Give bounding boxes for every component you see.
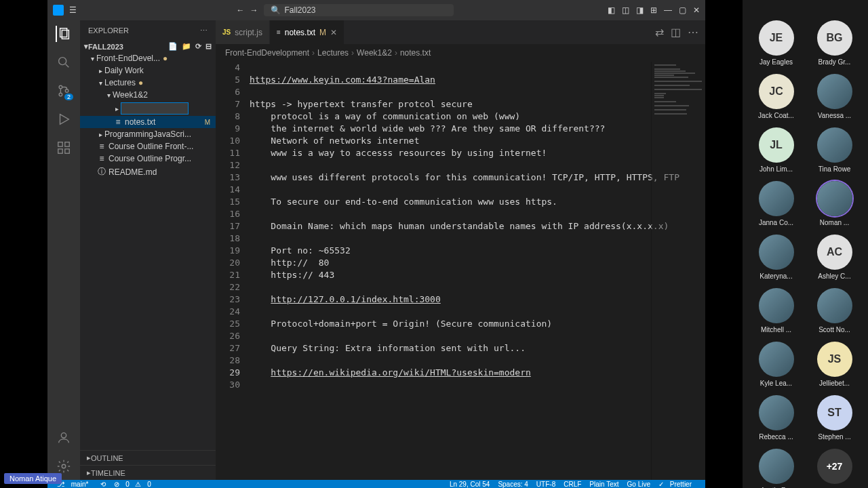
avatar[interactable]: ST bbox=[817, 395, 852, 430]
participant[interactable]: Noman ... bbox=[810, 181, 859, 226]
participant[interactable]: Tina Rowe bbox=[810, 127, 859, 173]
new-folder-icon[interactable]: 📁 bbox=[182, 42, 191, 51]
avatar[interactable]: JC bbox=[759, 74, 794, 109]
avatar[interactable]: JS bbox=[817, 342, 852, 377]
more-icon[interactable]: ⋯ bbox=[200, 26, 208, 35]
breadcrumb-item[interactable]: Week1&2 bbox=[357, 48, 392, 58]
command-center[interactable]: 🔍 Fall2023 bbox=[264, 4, 454, 16]
extensions-icon[interactable] bbox=[56, 140, 72, 156]
participant[interactable]: ACAshley C... bbox=[810, 235, 859, 280]
folder-root[interactable]: ▾ FALL2023 📄 📁 ⟳ ⊟ bbox=[80, 41, 216, 52]
layout-icon-2[interactable]: ◫ bbox=[622, 5, 629, 15]
breadcrumb-item[interactable]: Lectures bbox=[317, 48, 349, 58]
layout-icon-3[interactable]: ◨ bbox=[636, 5, 644, 15]
avatar[interactable] bbox=[759, 181, 794, 216]
file-item[interactable]: ⓘREADME.md bbox=[80, 165, 216, 179]
explorer-icon[interactable] bbox=[56, 26, 72, 42]
avatar[interactable] bbox=[817, 181, 852, 216]
participant[interactable]: Vanessa ... bbox=[810, 74, 859, 119]
svg-point-12 bbox=[61, 433, 66, 438]
more-icon[interactable]: ⋯ bbox=[688, 26, 698, 39]
eol-indicator[interactable]: CRLF bbox=[564, 481, 581, 488]
participant[interactable]: JEJay Eagles bbox=[752, 20, 801, 66]
close-icon[interactable]: ✕ bbox=[693, 5, 700, 15]
participant[interactable]: JCJack Coat... bbox=[752, 74, 801, 119]
participant[interactable]: Mitchell ... bbox=[752, 288, 801, 333]
avatar[interactable] bbox=[759, 342, 794, 377]
collapse-icon[interactable]: ⊟ bbox=[205, 42, 212, 51]
avatar[interactable] bbox=[759, 449, 794, 484]
participant-name: Jack Coat... bbox=[752, 112, 801, 119]
participant[interactable]: Scott No... bbox=[810, 288, 859, 333]
file-item[interactable]: ≡Course Outline Front-... bbox=[80, 140, 216, 152]
avatar[interactable] bbox=[759, 395, 794, 430]
layout-icon[interactable]: ◧ bbox=[608, 5, 615, 15]
menu-icon[interactable]: ☰ bbox=[69, 5, 77, 15]
errors-indicator[interactable]: ⊘ 0 ⚠ 0 bbox=[114, 481, 155, 488]
minimap[interactable] bbox=[651, 62, 705, 480]
participant[interactable]: Kyle Lea... bbox=[752, 342, 801, 387]
folder-item[interactable]: ▾Front-EndDevel...● bbox=[80, 52, 216, 64]
file-item[interactable]: ≡notes.txtM bbox=[80, 116, 216, 128]
cursor-position[interactable]: Ln 29, Col 54 bbox=[450, 481, 490, 488]
participant[interactable]: Janna Co... bbox=[752, 181, 801, 226]
participant[interactable]: Kateryna... bbox=[752, 235, 801, 280]
outline-section[interactable]: ▸OUTLINE bbox=[80, 450, 216, 465]
account-icon[interactable] bbox=[56, 430, 72, 446]
new-file-icon[interactable]: 📄 bbox=[168, 42, 178, 51]
split-icon[interactable]: ◫ bbox=[671, 26, 681, 39]
editor-tab[interactable]: JSscript.js bbox=[216, 20, 270, 44]
avatar[interactable]: JL bbox=[759, 127, 794, 163]
avatar[interactable] bbox=[817, 74, 852, 109]
vscode-icon bbox=[53, 5, 64, 16]
folder-item[interactable]: ▾Week1&2 bbox=[80, 89, 216, 101]
nav-back-icon[interactable]: ← bbox=[237, 5, 245, 15]
timeline-section[interactable]: ▸TIMELINE bbox=[80, 465, 216, 480]
language-indicator[interactable]: Plain Text bbox=[589, 481, 618, 488]
file-item[interactable]: ▸ bbox=[80, 101, 216, 116]
indent-indicator[interactable]: Spaces: 4 bbox=[498, 481, 528, 488]
nav-forward-icon[interactable]: → bbox=[250, 5, 258, 15]
folder-item[interactable]: ▾Lectures● bbox=[80, 77, 216, 89]
layout-grid-icon[interactable]: ⊞ bbox=[650, 5, 657, 15]
sync-icon[interactable]: ⟲ bbox=[100, 481, 106, 488]
participant[interactable]: +27 bbox=[810, 449, 859, 488]
new-file-input[interactable] bbox=[121, 102, 189, 115]
avatar[interactable] bbox=[817, 127, 852, 163]
encoding-indicator[interactable]: UTF-8 bbox=[536, 481, 555, 488]
compare-icon[interactable]: ⇄ bbox=[655, 26, 664, 39]
avatar[interactable] bbox=[759, 288, 794, 323]
run-debug-icon[interactable] bbox=[56, 111, 72, 127]
maximize-icon[interactable]: ▢ bbox=[679, 5, 686, 15]
branch-indicator[interactable]: ⎇ main* bbox=[57, 481, 92, 488]
code-content[interactable]: https://www.keyin.com:443?name=Alanhttps… bbox=[250, 62, 705, 480]
file-item[interactable]: ≡Course Outline Progr... bbox=[80, 152, 216, 165]
code-editor[interactable]: 4567891011121314151617181920212223242526… bbox=[216, 62, 705, 480]
participant[interactable]: Austin R... bbox=[752, 449, 801, 488]
minimize-icon[interactable]: — bbox=[664, 5, 672, 15]
avatar[interactable]: AC bbox=[817, 235, 852, 270]
golive-indicator[interactable]: Go Live bbox=[627, 481, 650, 488]
avatar[interactable]: BG bbox=[817, 20, 852, 56]
more-participants[interactable]: +27 bbox=[817, 449, 852, 484]
avatar[interactable] bbox=[759, 235, 794, 270]
participant[interactable]: JSJelliebet... bbox=[810, 342, 859, 387]
breadcrumb-item[interactable]: notes.txt bbox=[400, 48, 431, 58]
search-activity-icon[interactable] bbox=[56, 54, 72, 70]
refresh-icon[interactable]: ⟳ bbox=[195, 42, 201, 51]
avatar[interactable] bbox=[817, 288, 852, 323]
participant[interactable]: BGBrady Gr... bbox=[810, 20, 859, 66]
presenter-name-tag: Noman Atique bbox=[4, 473, 62, 484]
folder-item[interactable]: ▸Daily Work bbox=[80, 64, 216, 77]
avatar[interactable]: JE bbox=[759, 20, 794, 56]
breadcrumb-item[interactable]: Front-EndDevelopment bbox=[225, 48, 309, 58]
breadcrumbs[interactable]: Front-EndDevelopment›Lectures›Week1&2›no… bbox=[216, 44, 705, 62]
prettier-indicator[interactable]: ✓ Prettier bbox=[658, 481, 696, 488]
source-control-icon[interactable]: 2 bbox=[56, 83, 72, 99]
settings-gear-icon[interactable] bbox=[56, 458, 72, 474]
participant[interactable]: STStephen ... bbox=[810, 395, 859, 441]
participant[interactable]: JLJohn Lim... bbox=[752, 127, 801, 173]
folder-item[interactable]: ▸ProgrammingJavaScri... bbox=[80, 128, 216, 140]
editor-tab[interactable]: ≡notes.txtM✕ bbox=[270, 20, 344, 44]
participant[interactable]: Rebecca ... bbox=[752, 395, 801, 441]
